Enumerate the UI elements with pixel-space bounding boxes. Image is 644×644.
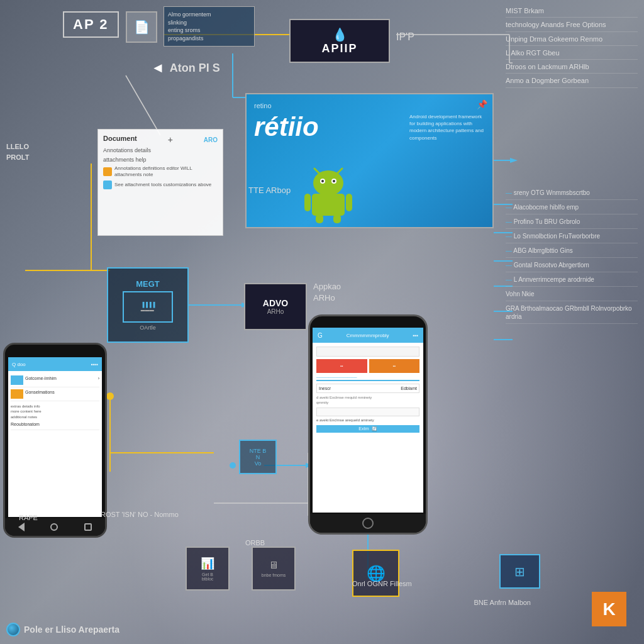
apiip-label: APIIP (321, 42, 357, 55)
rp-item-8: GRA Brthoalmaocao GRbmbll Rolnvorpobrko … (506, 304, 638, 324)
rp-item-1: Alacobocme hiblfo emp (506, 203, 638, 214)
phone-row-2: Gonselmations (11, 387, 99, 401)
pr-button[interactable]: Extrn 🔄 (316, 425, 419, 433)
card-item-2-text: See attachment tools customizations abov… (114, 182, 211, 188)
bottom-label-4: BNE Anfrn Malbon (474, 599, 531, 606)
recent-btn[interactable] (84, 523, 92, 531)
phone-left-content: Gotcome-Imhim › Gonselmations extras det… (8, 371, 102, 433)
left-label-1: LLELO (6, 142, 94, 152)
bottom-label-2: ORBB (245, 539, 265, 547)
svg-rect-37 (346, 194, 352, 211)
bottom-icon-globe: 🌐 (352, 550, 399, 597)
svg-line-30 (337, 169, 342, 174)
svg-rect-39 (333, 214, 341, 223)
bottom-label-3-text: Onrl OGNR Fillesm (352, 580, 412, 587)
card-header: Document (103, 135, 137, 142)
phone-left-header-text: Q doo (12, 362, 26, 367)
ap2-label: AP 2 (63, 11, 119, 38)
orange-k-box: K (592, 592, 626, 626)
back-btn[interactable] (18, 523, 25, 531)
pr-help-text: d avekt Exclmse rrequld mminetyqmmity (316, 396, 419, 406)
phone-row1-label: Gotcome-Imhim (25, 375, 98, 385)
pr-header: G Cmmmmmmprobly ▪▪▪ (313, 328, 423, 343)
ap2-icon-box: 📄 (126, 11, 157, 43)
pr-divider: ───────────── (316, 375, 419, 381)
bottom-label-4-text: BNE Anfrn Malbon (474, 599, 531, 606)
footer-text-label: Pole er Lliso Arepaerta (24, 625, 119, 635)
pr-home-btn[interactable] (362, 518, 374, 529)
card-text-2: attachments help (103, 157, 218, 164)
android-robot (303, 167, 353, 224)
card-item-1: Annotations definitions editor WILL atta… (103, 165, 218, 177)
chart-icon: 📊 (201, 557, 214, 570)
svg-rect-36 (304, 194, 311, 211)
small-box-mid-label: NTE BNVo (250, 448, 267, 467)
tr-item-1: technology Anands Free Options (506, 20, 638, 31)
pr-status: ▪▪▪ (413, 333, 418, 338)
pr-field-1[interactable] (316, 408, 419, 416)
svg-point-28 (313, 170, 343, 196)
aro-corner: ARO (204, 136, 218, 143)
pr-input-2-label: Edblamt (401, 386, 417, 391)
chip-sublabel: OArtle (140, 325, 156, 331)
app-mid-2: ARHo (313, 292, 341, 304)
top-bubble: Almo gormentemslinkingenting sromspropag… (164, 6, 255, 47)
top-bubble-text: Almo gormentemslinkingenting sromspropag… (168, 11, 250, 42)
phone-left: Q doo ▪▪▪▪ Gotcome-Imhim › Gonselmations… (3, 343, 107, 538)
pr-icon: G (318, 332, 323, 339)
bottom-icon-2-label: bnbe fmoms (262, 573, 286, 577)
pr-row-1 (316, 347, 419, 357)
svg-rect-35 (312, 194, 345, 216)
panel-tag: retino (254, 102, 485, 109)
pr-header-text: Cmmmmmmprobly (347, 333, 389, 338)
tr-item-5: Anmo a Dogmber Gorbean (506, 76, 638, 87)
bottom-icon-2: 🖥 bnbe fmoms (252, 547, 296, 591)
k-letter: K (602, 599, 615, 619)
main-panel: retino rétiio 📌 Android development fram… (245, 93, 494, 228)
advo-label: ADVO (263, 298, 288, 308)
top-right-panel: MIST Brkam technology Anands Free Option… (506, 6, 638, 91)
app-label-mid: Appkao ARHo (313, 281, 341, 304)
thumb-1 (11, 375, 23, 385)
phone-row-1: Gotcome-Imhim › (11, 374, 99, 387)
panel-description: Android development framework for buildi… (409, 113, 485, 142)
pr-btn-icon: 🔄 (372, 426, 377, 431)
pin-icon: 📌 (477, 99, 487, 109)
tr-item-3: L Alko RGT Gbeu (506, 48, 638, 60)
bottom-label-1: ROST 'ISN' NO - Nommo (101, 511, 179, 518)
phone-right-nav (310, 514, 426, 533)
document-icon: 📄 (134, 19, 150, 35)
white-card: Document + ARO Annotations details attac… (97, 129, 223, 236)
rp-item-2: Profino Tu BRU Grbrolo (506, 218, 638, 229)
card-icon-orange (103, 167, 112, 176)
ap2-text: AP 2 (73, 16, 109, 32)
pr-btn-label: Extrn (358, 426, 369, 431)
card-text-1: Annotations details (103, 147, 218, 155)
advo-sublabel: ARHo (267, 308, 284, 315)
bottom-icon-1: 📊 Get Bbtbloc (186, 547, 230, 591)
apiip-box: 💧 APIIP (289, 19, 390, 63)
advo-box: ADVO ARHo (244, 283, 307, 330)
pr-row-2: Inescr Edblamt (316, 384, 419, 393)
pr-block-1: ▪▪ (316, 359, 367, 373)
card-item-2: See attachment tools customizations abov… (103, 180, 218, 189)
phone-left-status: ▪▪▪▪ (91, 362, 98, 367)
svg-rect-38 (316, 214, 323, 223)
rp-item-6: L Annverrimcempe arodrnide (506, 275, 638, 287)
pr-row-colored: ▪▪ ▪▪ (316, 359, 419, 373)
left-label-2: PROLT (6, 152, 94, 163)
atoms-label-text: Aton PI S (170, 62, 220, 75)
home-btn[interactable] (50, 523, 58, 531)
svg-line-29 (314, 169, 319, 174)
pr-block-2: ▪▪ (369, 359, 420, 373)
chip-diagram: ▐▐▐▐ ▬▬▬ (123, 291, 173, 323)
arrow-right: › (98, 375, 99, 385)
tr-item-2: Unping Drma Gokeemo Renmo (506, 35, 638, 46)
atoms-section: ◄ Aton PI S (151, 60, 220, 76)
chip-inner: ▐▐▐▐ ▬▬▬ (141, 302, 155, 312)
rp-item-4: ABG Albrrglbttio Gins (506, 247, 638, 258)
monitor-icon: 🖥 (269, 560, 279, 571)
arrow-left-icon: ◄ (151, 60, 165, 76)
card-icon-blue (103, 180, 112, 189)
left-labels: LLELO PROLT (6, 142, 94, 162)
